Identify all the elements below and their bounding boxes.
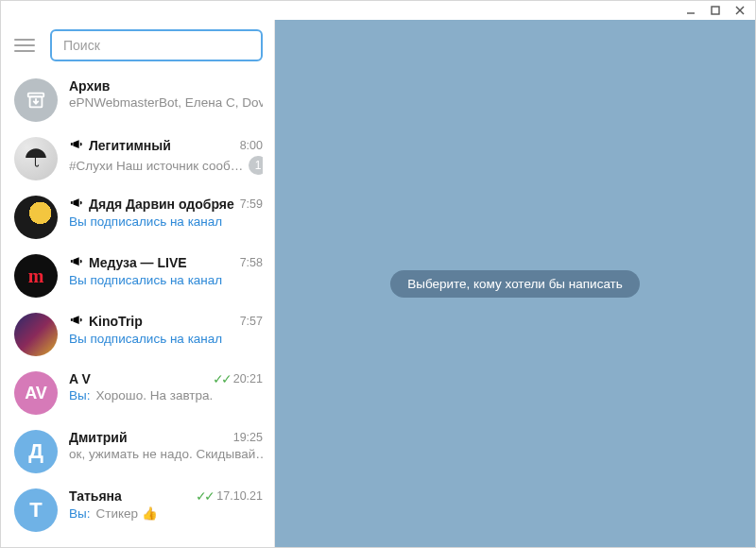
- close-icon[interactable]: [734, 5, 746, 16]
- archive-row[interactable]: Архив ePNWebmasterBot, Елена С, Dov…: [1, 71, 274, 129]
- chat-title: Дмитрий: [69, 430, 228, 445]
- left-panel: Архив ePNWebmasterBot, Елена С, Dov… Лег…: [1, 20, 275, 547]
- chat-title: Медуза — LIVE: [69, 254, 234, 271]
- app-window: Архив ePNWebmasterBot, Елена С, Dov… Лег…: [0, 0, 756, 548]
- chat-row[interactable]: ДДмитрий19:25ок, ужимать не надо. Скидыв…: [1, 422, 274, 481]
- chat-title: KinoTrip: [69, 313, 234, 330]
- chat-time: 19:25: [233, 431, 263, 444]
- maximize-icon[interactable]: [710, 5, 721, 16]
- avatar: [14, 137, 58, 180]
- archive-icon: [14, 78, 58, 122]
- chat-meta: 19:25: [233, 431, 263, 444]
- chat-time: 8:00: [240, 139, 263, 152]
- chat-preview: Вы: Стикер 👍: [69, 505, 263, 521]
- avatar: [14, 196, 58, 239]
- chat-time: 17.10.21: [216, 489, 263, 503]
- avatar: Д: [14, 430, 58, 473]
- chat-row[interactable]: ТТатьяна✓✓17.10.21Вы: Стикер 👍: [1, 481, 274, 539]
- chat-title: Татьяна: [69, 488, 190, 504]
- chat-preview: Вы подписались на канал: [69, 214, 263, 229]
- chat-row[interactable]: Дядя Дарвин одобряе…7:59Вы подписались н…: [1, 188, 274, 247]
- avatar: [14, 313, 58, 356]
- chat-row[interactable]: mМедуза — LIVE7:58Вы подписались на кана…: [1, 247, 274, 305]
- titlebar: [1, 1, 755, 20]
- megaphone-icon: [69, 196, 83, 213]
- main-split: Архив ePNWebmasterBot, Елена С, Dov… Лег…: [1, 20, 755, 547]
- svg-rect-1: [712, 7, 719, 14]
- avatar: AV: [14, 371, 58, 415]
- search-input[interactable]: [50, 29, 263, 61]
- right-panel: Выберите, кому хотели бы написать: [275, 20, 755, 547]
- megaphone-icon: [69, 313, 83, 330]
- chat-row[interactable]: Легитимный8:00#Слухи Наш источник сооб… …: [1, 129, 274, 188]
- chat-time: 7:58: [240, 256, 263, 269]
- chat-preview: #Слухи Наш источник сооб… 1: [69, 156, 263, 175]
- avatar: Т: [14, 488, 58, 532]
- chat-time: 7:57: [240, 315, 263, 328]
- avatar: m: [14, 254, 58, 298]
- chat-meta: 8:00: [240, 139, 263, 152]
- empty-state-message: Выберите, кому хотели бы написать: [390, 270, 640, 298]
- archive-preview: ePNWebmasterBot, Елена С, Dov…: [69, 95, 263, 110]
- unread-badge: 1: [249, 156, 263, 175]
- minimize-icon[interactable]: [685, 5, 696, 16]
- archive-label: Архив: [69, 78, 110, 94]
- chat-meta: 7:59: [240, 197, 263, 211]
- chat-title: Легитимный: [69, 137, 234, 154]
- chat-time: 7:59: [240, 197, 263, 211]
- menu-button[interactable]: [14, 33, 39, 58]
- chat-meta: 7:57: [240, 315, 263, 328]
- chat-preview: ок, ужимать не надо. Скидывай…: [69, 447, 263, 461]
- chat-meta: 7:58: [240, 256, 263, 269]
- chat-preview: Вы подписались на канал: [69, 332, 263, 346]
- chat-list: Архив ePNWebmasterBot, Елена С, Dov… Лег…: [1, 71, 274, 547]
- chat-title: A V: [69, 371, 207, 386]
- chat-row[interactable]: KinoTrip7:57Вы подписались на канал: [1, 305, 274, 364]
- megaphone-icon: [69, 254, 83, 271]
- search-row: [1, 20, 274, 71]
- read-checks-icon: ✓✓: [196, 488, 213, 504]
- megaphone-icon: [69, 137, 83, 154]
- chat-time: 20:21: [233, 372, 263, 385]
- chat-title: Дядя Дарвин одобряе…: [69, 196, 234, 213]
- chat-meta: ✓✓20:21: [213, 371, 263, 386]
- read-checks-icon: ✓✓: [213, 371, 230, 386]
- chat-meta: ✓✓17.10.21: [196, 488, 263, 504]
- chat-row[interactable]: AVA V✓✓20:21Вы: Хорошо. На завтра.: [1, 364, 274, 422]
- chat-preview: Вы подписались на канал: [69, 273, 263, 287]
- chat-preview: Вы: Хорошо. На завтра.: [69, 388, 263, 402]
